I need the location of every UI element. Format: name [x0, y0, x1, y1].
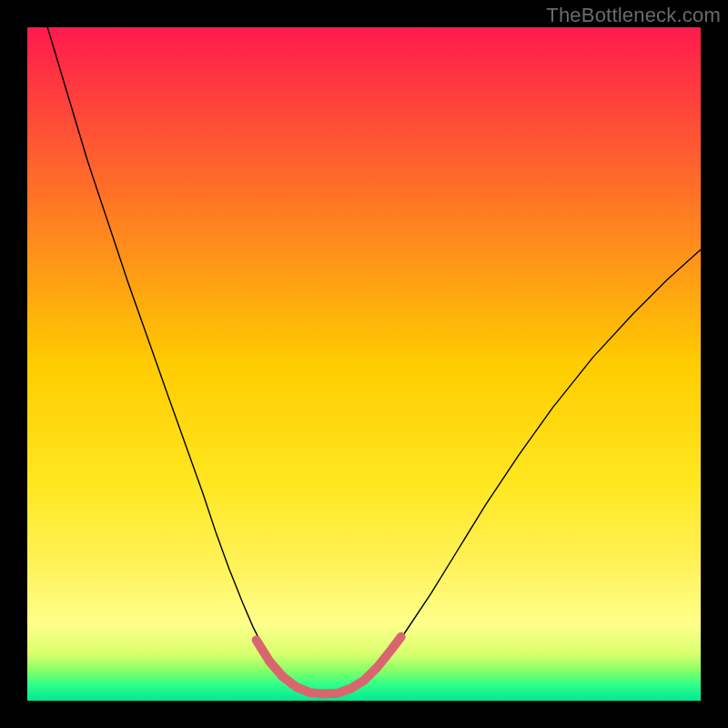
chart-svg [27, 27, 701, 701]
watermark-text: TheBottleneck.com [546, 4, 721, 27]
chart-frame: TheBottleneck.com [0, 0, 728, 728]
gradient-background [27, 27, 701, 701]
plot-area [27, 27, 701, 701]
